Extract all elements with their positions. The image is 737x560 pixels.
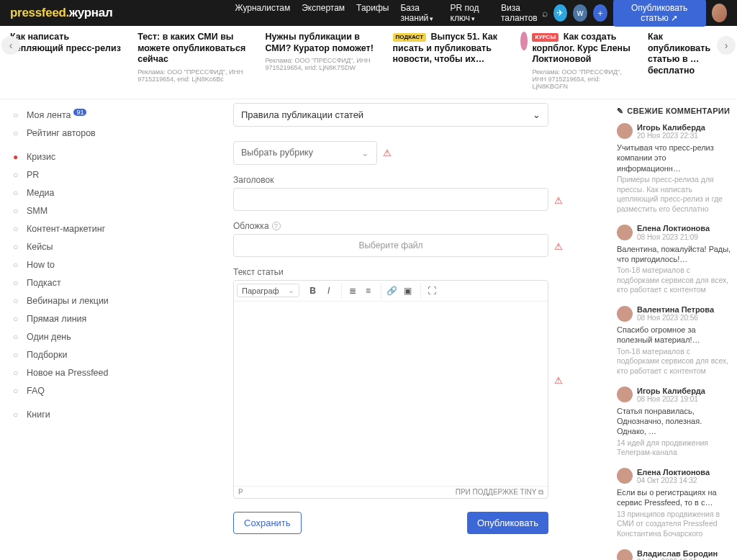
error-icon: ⚠ [554, 241, 563, 252]
bullet-icon: ○ [10, 296, 21, 307]
comment-date: 04 Окт 2023 14:32 [637, 477, 710, 484]
editor-path: P [238, 488, 243, 497]
format-select[interactable]: Параграф⌄ [237, 284, 299, 297]
sidebar-item[interactable]: ○How to [6, 256, 120, 274]
save-button[interactable]: Сохранить [233, 512, 302, 534]
avatar [617, 549, 633, 560]
sidebar-item-label: FAQ [27, 386, 45, 396]
comment-date: 04 Окт 2023 12:51 [637, 558, 718, 560]
cover-file-button[interactable]: Выберите файл [233, 234, 548, 257]
sidebar-item[interactable]: ○Подборки [6, 346, 120, 364]
rules-accordion[interactable]: Правила публикации статей ⌄ [233, 103, 548, 127]
sidebar-item[interactable]: ●Кризис [6, 148, 120, 166]
sidebar-item[interactable]: ○Подкаст [6, 274, 120, 292]
sidebar-item[interactable]: ○SMM [6, 202, 120, 220]
title-input[interactable] [233, 188, 548, 211]
sidebar-item-label: Вебинары и лекции [27, 296, 109, 306]
publish-article-button[interactable]: Опубликовать статью ➚ [613, 0, 706, 27]
comment-body: Статья понравилась, Однозначно, полезная… [617, 406, 731, 437]
logo[interactable]: pressfeed.журнал [10, 6, 112, 20]
comment[interactable]: Елена Локтионова04 Окт 2023 14:32Если вы… [617, 468, 731, 539]
comment-body: Спасибо огромное за полезный материал!… [617, 325, 731, 346]
nav-kb[interactable]: База знаний▾ [400, 3, 438, 23]
bullet-icon: ○ [10, 128, 21, 139]
editor-textarea[interactable] [234, 302, 548, 486]
bullet-list-button[interactable]: ≣ [345, 283, 361, 299]
sidebar-item-label: Кейсы [27, 242, 53, 252]
publish-button[interactable]: Опубликовать [467, 512, 548, 534]
feature-card[interactable]: Тест: в каких СМИ вы можете опубликовать… [137, 32, 250, 83]
vk-icon[interactable]: w [573, 4, 587, 22]
nav-visa[interactable]: Виза талантов [501, 3, 542, 23]
plus-icon[interactable]: ＋ [593, 4, 607, 22]
feature-card[interactable]: Нужны публикации в СМИ? Куратор поможет!… [265, 32, 378, 71]
feature-card[interactable]: ПОДКАСТ Выпуск 51. Как писать и публиков… [393, 32, 506, 66]
sidebar-item[interactable]: ○Прямая линия [6, 310, 120, 328]
sidebar-item[interactable]: ○Один день [6, 328, 120, 346]
comment[interactable]: Игорь Калиберда20 Ноя 2023 22:31Учитывая… [617, 123, 731, 214]
chevron-down-icon: ⌄ [533, 109, 541, 120]
nav-pr[interactable]: PR под ключ▾ [451, 3, 489, 23]
badge: 91 [73, 109, 86, 116]
telegram-icon[interactable]: ✈ [553, 4, 568, 22]
sidebar-item-label: PR [27, 170, 39, 180]
top-right: ⌕ ✈ w ＋ Опубликовать статью ➚ [542, 0, 727, 27]
sidebar-item-label: Моя лента [27, 110, 71, 120]
fullscreen-button[interactable]: ⛶ [424, 283, 440, 299]
image-button[interactable]: ▣ [400, 283, 416, 299]
sidebar-item[interactable]: ○Кейсы [6, 238, 120, 256]
italic-button[interactable]: I [321, 283, 337, 299]
nav-experts[interactable]: Экспертам [302, 3, 345, 23]
feature-card[interactable]: Как опубликовать статью в … бесплатно [648, 32, 727, 77]
bullet-icon: ○ [10, 110, 21, 121]
comment[interactable]: Елена Локтионова08 Ноя 2023 21:09Валенти… [617, 224, 731, 295]
sidebar-item-label: Новое на Pressfeed [27, 368, 108, 378]
comment[interactable]: Игорь Калиберда08 Ноя 2023 19:01Статья п… [617, 387, 731, 458]
avatar [617, 123, 633, 139]
sidebar-item[interactable]: ○Книги [6, 406, 120, 424]
search-icon[interactable]: ⌕ [542, 7, 548, 19]
comments-icon: ✎ [617, 107, 623, 116]
comment[interactable]: Владислав Бородин04 Окт 2023 12:51Было б… [617, 549, 731, 560]
comment-author: Елена Локтионова [637, 224, 710, 232]
sidebar-item[interactable]: ○FAQ [6, 382, 120, 400]
link-button[interactable]: 🔗 [384, 283, 400, 299]
nav-tariffs[interactable]: Тарифы [356, 3, 389, 23]
carousel-next-button[interactable]: › [717, 36, 736, 55]
tiny-credit: ПРИ ПОДДЕРЖКЕ TINY ⧉ [456, 488, 543, 497]
comments-panel: ✎СВЕЖИЕ КОММЕНТАРИИ Игорь Калиберда20 Но… [611, 99, 737, 560]
bold-button[interactable]: B [305, 283, 321, 299]
bullet-icon: ○ [10, 170, 21, 181]
sidebar-item-label: Подкаст [27, 278, 61, 288]
comment-date: 20 Ноя 2023 22:31 [637, 132, 705, 140]
sidebar-item[interactable]: ○Новое на Pressfeed [6, 364, 120, 382]
error-icon: ⚠ [554, 375, 563, 386]
avatar [520, 32, 528, 50]
avatar[interactable] [712, 4, 727, 22]
feature-card[interactable]: Как написать цепляющий пресс-релиз [10, 32, 123, 54]
sidebar-item[interactable]: ○PR [6, 166, 120, 184]
comment-article: 14 идей для продвижения Телеграм-канала [617, 438, 731, 458]
feature-card[interactable]: КУРСЫ Как создать корпблог. Курс Елены Л… [520, 32, 633, 90]
bullet-icon: ○ [10, 350, 21, 361]
sidebar-item[interactable]: ○Вебинары и лекции [6, 292, 120, 310]
rubric-select[interactable]: Выбрать рубрику ⌄ [233, 141, 377, 165]
help-icon[interactable]: ? [272, 222, 281, 230]
sidebar-item[interactable]: ○Медиа [6, 184, 120, 202]
sidebar-item[interactable]: ○Моя лента91 [6, 107, 120, 125]
comment[interactable]: Валентина Петрова08 Ноя 2023 20:56Спасиб… [617, 305, 731, 376]
comment-date: 08 Ноя 2023 21:09 [637, 233, 710, 241]
sidebar-item[interactable]: ○Рейтинг авторов [6, 125, 120, 143]
sidebar-item[interactable]: ○Контент-маркетинг [6, 220, 120, 238]
comment-article: Топ-18 материалов с подборками сервисов … [617, 347, 731, 376]
sidebar-item-label: Контент-маркетинг [27, 224, 105, 234]
bullet-icon: ○ [10, 386, 21, 397]
sidebar-item-label: Книги [27, 410, 50, 420]
comment-author: Игорь Калиберда [637, 387, 705, 395]
number-list-button[interactable]: ≡ [361, 283, 376, 299]
nav-journalists[interactable]: Журналистам [235, 3, 290, 23]
carousel-prev-button[interactable]: ‹ [1, 36, 20, 55]
comment-body: Учитывая что пресс-релиз компании это ин… [617, 143, 731, 173]
comment-author: Валентина Петрова [637, 305, 714, 314]
chevron-down-icon: ⌄ [361, 148, 369, 158]
